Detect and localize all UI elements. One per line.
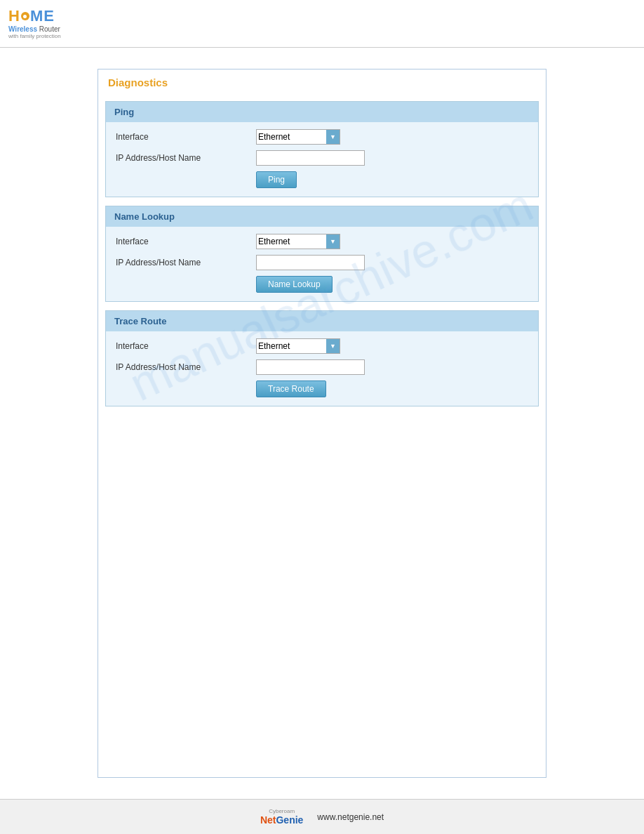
ping-interface-select-wrapper[interactable]: Ethernet ▼ [256,129,340,145]
logo-subtitle: Wireless Router [8,25,60,33]
name-lookup-interface-select-wrapper[interactable]: Ethernet ▼ [256,234,340,249]
footer-netgenie: NetGenie [260,814,303,826]
footer-cyberoam: Cyberoam [269,808,295,814]
trace-route-section: Trace Route Interface Ethernet ▼ IP Addr… [105,310,539,406]
diagnostics-panel: Diagnostics Ping Interface Ethernet ▼ [98,69,546,778]
trace-route-section-header: Trace Route [106,311,538,331]
ping-section-header: Ping [106,102,538,122]
logo-text: HME [8,8,55,25]
diagnostics-title: Diagnostics [98,70,546,95]
ping-interface-label: Interface [116,132,256,142]
logo: HME Wireless Router with family protecti… [8,8,61,39]
ping-button[interactable]: Ping [256,171,297,188]
ping-button-row: Ping [116,171,528,188]
trace-route-interface-select[interactable]: Ethernet [256,338,340,354]
footer: Cyberoam NetGenie www.netgenie.net [0,799,644,834]
name-lookup-section: Name Lookup Interface Ethernet ▼ IP Addr… [105,206,539,302]
logo-protection: with family protection [8,33,61,39]
name-lookup-button[interactable]: Name Lookup [256,276,333,293]
name-lookup-interface-label: Interface [116,237,256,246]
header: HME Wireless Router with family protecti… [0,0,644,48]
footer-url: www.netgenie.net [317,812,384,822]
trace-route-interface-select-wrapper[interactable]: Ethernet ▼ [256,338,340,354]
ping-interface-row: Interface Ethernet ▼ [116,129,528,145]
ping-ip-label: IP Address/Host Name [116,153,256,163]
trace-route-button[interactable]: Trace Route [256,380,326,397]
name-lookup-section-body: Interface Ethernet ▼ IP Address/Host Nam… [106,227,538,301]
trace-route-section-body: Interface Ethernet ▼ IP Address/Host Nam… [106,331,538,406]
name-lookup-ip-row: IP Address/Host Name [116,255,528,270]
name-lookup-button-row: Name Lookup [116,276,528,293]
trace-route-ip-input[interactable] [256,359,365,375]
name-lookup-ip-input[interactable] [256,255,365,270]
trace-route-button-row: Trace Route [116,380,528,397]
ping-section-body: Interface Ethernet ▼ IP Address/Host Nam… [106,122,538,197]
ping-ip-input[interactable] [256,150,365,166]
main-content: Diagnostics Ping Interface Ethernet ▼ [0,48,644,799]
trace-route-interface-row: Interface Ethernet ▼ [116,338,528,354]
trace-route-ip-label: IP Address/Host Name [116,362,256,372]
name-lookup-section-header: Name Lookup [106,206,538,227]
name-lookup-interface-select[interactable]: Ethernet [256,234,340,249]
ping-interface-select[interactable]: Ethernet [256,129,340,145]
name-lookup-interface-row: Interface Ethernet ▼ [116,234,528,249]
ping-section: Ping Interface Ethernet ▼ IP Address/Hos… [105,101,539,197]
trace-route-ip-row: IP Address/Host Name [116,359,528,375]
trace-route-interface-label: Interface [116,341,256,351]
ping-ip-row: IP Address/Host Name [116,150,528,166]
name-lookup-ip-label: IP Address/Host Name [116,258,256,267]
footer-logo: Cyberoam NetGenie [260,808,303,826]
